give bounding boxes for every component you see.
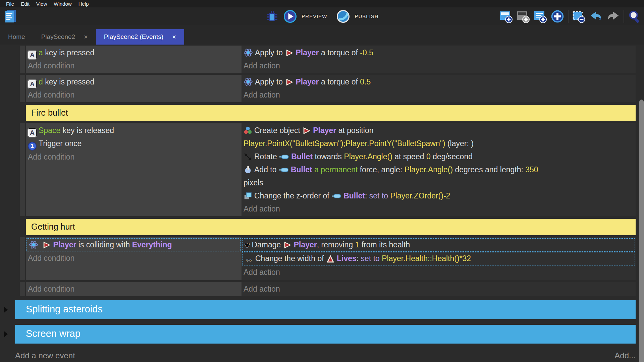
force-icon [244, 163, 252, 176]
lives-object-icon [326, 252, 335, 265]
add-condition-button[interactable]: Add condition [26, 59, 241, 72]
undo-icon[interactable] [589, 10, 603, 23]
event-block: Aa key is pressedAdd conditionApply to P… [20, 46, 636, 73]
expression-text: Player.ZOrder()-2 [390, 191, 450, 200]
comment-row[interactable]: Fire bullet [26, 105, 636, 121]
add-condition-button[interactable]: Add condition [26, 283, 241, 296]
add-comment-icon[interactable] [534, 10, 547, 23]
keyboard-icon: A [28, 128, 37, 137]
expression-text: Player.Angle() [344, 152, 392, 161]
operator-text: set to [361, 254, 382, 263]
text-segment: key is released [60, 126, 114, 135]
condition-row[interactable]: Player is colliding with Everything [26, 238, 241, 251]
scrollbar[interactable] [639, 45, 644, 362]
redo-icon[interactable] [606, 10, 620, 23]
add-new-event-circle-icon[interactable] [551, 10, 564, 23]
publish-icon[interactable] [336, 10, 350, 23]
text-segment: Apply to [255, 77, 285, 86]
object-ref: Player [294, 240, 317, 249]
event-drag-handle[interactable] [20, 237, 25, 280]
object-ref: Player [296, 48, 319, 57]
action-row[interactable]: Apply to Player a torque of 0.5 [241, 75, 636, 88]
text-segment: Rotate [254, 152, 279, 161]
search-icon[interactable] [628, 10, 641, 23]
action-row[interactable]: ↔Change the width of Lives: set to Playe… [242, 252, 635, 265]
add-button[interactable]: Add... [614, 351, 636, 360]
text-segment: a torque of [319, 77, 360, 86]
object-ref: Bullet [291, 165, 312, 174]
object-ref: Bullet [291, 152, 313, 161]
text-segment: at speed [392, 152, 426, 161]
add-condition-button[interactable]: Add condition [26, 88, 241, 102]
expression-text: Player.Angle() [405, 165, 453, 174]
menu-item-file[interactable]: File [3, 1, 17, 7]
add-action-button[interactable]: Add action [241, 88, 636, 102]
event-drag-handle[interactable] [20, 123, 25, 216]
add-event-icon[interactable] [499, 10, 513, 23]
debugger-icon[interactable] [265, 10, 279, 23]
text-segment: deg/second [431, 152, 473, 161]
conditions-column: ASpace key is released1Trigger onceAdd c… [26, 123, 241, 216]
event-drag-handle[interactable] [20, 46, 25, 73]
tab-playscene2[interactable]: PlayScene2× [33, 29, 96, 45]
add-new-event-button[interactable]: Add a new event [15, 351, 75, 360]
text-segment: Change the z-order of [254, 191, 331, 200]
action-row[interactable]: ♥Damage Player, removing 1 from its heal… [242, 238, 635, 252]
menu-item-window[interactable]: Window [50, 1, 75, 7]
action-row[interactable]: Apply to Player a torque of -0.5 [241, 46, 636, 59]
expand-arrow-icon[interactable] [4, 307, 8, 313]
publish-label[interactable]: PUBLISH [355, 13, 378, 19]
create-object-icon [244, 124, 252, 137]
group-row[interactable]: Splitting asteroids [15, 300, 636, 319]
condition-row[interactable]: Aa key is pressed [26, 46, 241, 59]
physics-icon [29, 239, 38, 251]
add-condition-button[interactable]: Add condition [26, 150, 241, 164]
condition-row[interactable]: ASpace key is released [26, 124, 241, 137]
text-segment: a torque of [319, 48, 360, 57]
condition-row[interactable]: 1Trigger once [26, 137, 241, 150]
add-action-button[interactable]: Add action [241, 283, 636, 296]
preview-icon[interactable] [283, 10, 297, 23]
action-row[interactable]: Add to Bullet a permanent force, angle: … [241, 163, 636, 189]
add-condition-button[interactable]: Add condition [26, 252, 241, 265]
physics-icon [244, 46, 253, 59]
add-action-button[interactable]: Add action [241, 266, 636, 279]
menu-item-help[interactable]: Help [75, 1, 92, 7]
tab-playscene2-events-[interactable]: PlayScene2 (Events)× [96, 29, 184, 45]
operator-text: set to [369, 191, 390, 200]
preview-label[interactable]: PREVIEW [302, 13, 327, 19]
key-name: Space [39, 126, 60, 135]
action-row[interactable]: Change the z-order of Bullet: set to Pla… [241, 189, 636, 202]
group-row[interactable]: Screen wrap [15, 325, 636, 344]
tab-label: Home [8, 33, 25, 41]
menu-item-edit[interactable]: Edit [17, 1, 33, 7]
event-drag-handle[interactable] [20, 75, 25, 102]
scrollbar-thumb[interactable] [639, 100, 644, 362]
physics-icon [244, 75, 253, 88]
player-object-icon [285, 46, 294, 59]
condition-row[interactable]: Ad key is pressed [26, 75, 241, 88]
toolbar: PREVIEW PUBLISH [0, 7, 644, 25]
z-order-icon [244, 189, 252, 202]
menu-item-view[interactable]: View [33, 1, 50, 7]
expand-arrow-icon[interactable] [4, 331, 8, 337]
actions-column: Apply to Player a torque of 0.5Add actio… [241, 75, 636, 102]
text-segment: key is pressed [43, 48, 94, 57]
trigger-once-icon: 1 [28, 142, 37, 150]
key-name: a permanent [314, 165, 358, 174]
add-action-button[interactable]: Add action [241, 202, 636, 216]
event-drag-handle[interactable] [20, 282, 25, 296]
close-icon[interactable]: × [172, 33, 176, 41]
event-block: Ad key is pressedAdd conditionApply to P… [20, 75, 636, 102]
tab-home[interactable]: Home [0, 29, 33, 45]
add-action-button[interactable]: Add action [241, 59, 636, 72]
object-ref: Player [53, 240, 76, 249]
tab-label: PlayScene2 [41, 33, 75, 41]
delete-selection-icon[interactable] [572, 10, 586, 23]
action-row[interactable]: Rotate Bullet towards Player.Angle() at … [241, 150, 636, 163]
action-row[interactable]: Create object Player at positionPlayer.P… [241, 124, 636, 150]
close-icon[interactable]: × [84, 33, 88, 41]
text-segment: Add to [254, 165, 279, 174]
comment-row[interactable]: Getting hurt [26, 219, 636, 235]
add-subevent-icon[interactable] [517, 10, 530, 23]
